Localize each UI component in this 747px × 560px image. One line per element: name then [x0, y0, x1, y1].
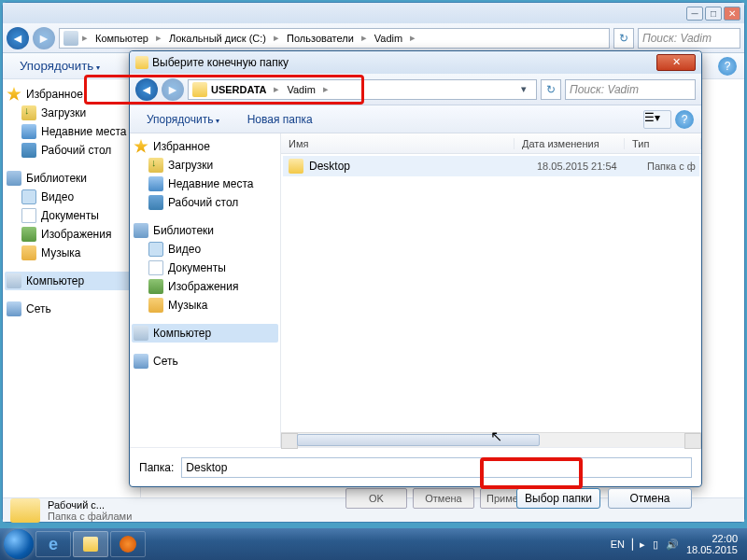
folder-picker-dialog: Выберите конечную папку ✕ ◄ ► USERDATA ▸… [129, 50, 702, 487]
documents-icon [148, 260, 163, 275]
recent-icon [21, 124, 36, 139]
network-icon [134, 354, 148, 369]
sidebar-downloads[interactable]: Загрузки [5, 104, 138, 122]
folder-icon [192, 82, 207, 97]
sidebar-desktop[interactable]: Рабочий стол [132, 193, 278, 212]
music-icon [21, 245, 36, 260]
dialog-content: Имя Дата изменения Тип Desktop 18.05.201… [281, 133, 701, 447]
sidebar-computer[interactable]: Компьютер [5, 272, 138, 290]
list-item[interactable]: Desktop 18.05.2015 21:54 Папка с ф [283, 156, 699, 176]
crumb-userdata[interactable]: USERDATA [207, 84, 270, 95]
help-button[interactable]: ? [675, 110, 694, 129]
sidebar-downloads[interactable]: Загрузки [132, 156, 278, 175]
computer-icon [63, 31, 78, 46]
crumb-users[interactable]: Пользователи [283, 33, 358, 44]
horizontal-scrollbar[interactable] [281, 432, 701, 447]
sidebar-computer[interactable]: Компьютер [132, 324, 278, 343]
crumb-vadim[interactable]: Vadim [371, 33, 406, 44]
col-type[interactable]: Тип [625, 138, 701, 149]
taskbar-ie[interactable]: e [35, 531, 71, 557]
explorer-sidebar: Избранное Загрузки Недавние места Рабочи… [3, 79, 141, 497]
downloads-icon [148, 158, 163, 173]
crumb-vadim[interactable]: Vadim [283, 84, 318, 95]
dialog-search-input[interactable]: Поиск: Vadim [565, 79, 696, 100]
refresh-button[interactable]: ↻ [541, 79, 561, 100]
video-icon [21, 189, 36, 204]
status-type: Папка с файлами [48, 511, 132, 522]
folder-label: Папка: [139, 461, 174, 474]
sidebar-video[interactable]: Видео [5, 188, 138, 206]
crumb-computer[interactable]: Компьютер [92, 33, 152, 44]
dialog-toolbar: Упорядочить Новая папка ☰▾ ? [130, 105, 701, 133]
folder-icon [10, 498, 40, 523]
sidebar-images[interactable]: Изображения [5, 225, 138, 244]
search-input[interactable]: Поиск: Vadim [638, 28, 740, 49]
breadcrumb[interactable]: ▸Компьютер ▸Локальный диск (C:) ▸Пользов… [59, 28, 610, 49]
clock[interactable]: 22:00 18.05.2015 [686, 533, 738, 555]
sidebar-recent[interactable]: Недавние места [132, 175, 278, 193]
folder-input-row: Папка: [130, 447, 701, 486]
scrollbar-thumb[interactable] [297, 434, 540, 446]
tray-flag-icon[interactable]: ▏▸ [632, 539, 645, 551]
refresh-button[interactable]: ↻ [613, 28, 634, 49]
dialog-navbar: ◄ ► USERDATA ▸ Vadim ▸ ▾ ↻ Поиск: Vadim [130, 74, 701, 105]
sidebar-video[interactable]: Видео [132, 240, 278, 259]
taskbar-explorer[interactable] [73, 531, 108, 557]
forward-button[interactable]: ► [162, 78, 184, 101]
libraries-icon [134, 223, 148, 238]
sidebar-music[interactable]: Музыка [5, 244, 138, 262]
folder-icon [289, 159, 303, 174]
sidebar-music[interactable]: Музыка [132, 296, 278, 315]
forward-button[interactable]: ► [33, 27, 55, 49]
dialog-breadcrumb[interactable]: USERDATA ▸ Vadim ▸ ▾ [188, 79, 537, 100]
dialog-titlebar[interactable]: Выберите конечную папку ✕ [130, 51, 701, 74]
back-button[interactable]: ◄ [7, 27, 29, 49]
folder-name-input[interactable] [181, 457, 692, 478]
explorer-titlebar[interactable]: ─ □ ✕ [3, 3, 744, 23]
video-icon [148, 242, 163, 257]
media-icon [120, 536, 136, 553]
minimize-button[interactable]: ─ [686, 7, 703, 21]
select-folder-button[interactable]: Выбор папки [516, 488, 600, 509]
organize-button[interactable]: Упорядочить [137, 110, 229, 129]
clock-date: 18.05.2015 [686, 544, 738, 555]
close-button[interactable]: ✕ [724, 7, 740, 21]
organize-button[interactable]: Упорядочить [10, 56, 109, 76]
item-type: Папка с ф [647, 161, 699, 172]
taskbar-mediaplayer[interactable] [110, 531, 146, 557]
view-button[interactable]: ☰▾ [643, 110, 671, 129]
sidebar-favorites[interactable]: Избранное [5, 85, 138, 104]
sidebar-favorites[interactable]: Избранное [132, 137, 278, 156]
sidebar-recent[interactable]: Недавние места [5, 122, 138, 141]
sidebar-documents[interactable]: Документы [5, 206, 138, 225]
desktop-icon [21, 143, 36, 158]
maximize-button[interactable]: □ [705, 7, 722, 21]
tray-sound-icon[interactable]: 🔊 [666, 539, 679, 551]
crumb-disk[interactable]: Локальный диск (C:) [165, 33, 270, 44]
sidebar-network[interactable]: Сеть [5, 300, 138, 318]
documents-icon [21, 208, 36, 223]
back-button[interactable]: ◄ [135, 78, 158, 101]
column-headers: Имя Дата изменения Тип [281, 133, 701, 154]
sidebar-network[interactable]: Сеть [132, 352, 278, 371]
chevron-down-icon[interactable]: ▾ [517, 83, 532, 95]
sidebar-documents[interactable]: Документы [132, 259, 278, 277]
new-folder-button[interactable]: Новая папка [238, 110, 322, 129]
col-name[interactable]: Имя [281, 138, 514, 149]
star-icon [134, 139, 148, 154]
empty-area[interactable] [281, 178, 701, 432]
downloads-icon [21, 105, 36, 120]
cancel-button[interactable]: Отмена [608, 488, 692, 509]
col-date[interactable]: Дата изменения [514, 138, 625, 149]
lang-indicator[interactable]: EN [611, 539, 625, 550]
start-button[interactable] [4, 529, 34, 559]
sidebar-images[interactable]: Изображения [132, 277, 278, 296]
sidebar-libraries[interactable]: Библиотеки [132, 221, 278, 240]
images-icon [21, 227, 36, 242]
tray-network-icon[interactable]: ▯ [653, 539, 658, 551]
help-button[interactable]: ? [718, 57, 737, 76]
dialog-close-button[interactable]: ✕ [656, 54, 696, 71]
sidebar-desktop[interactable]: Рабочий стол [5, 141, 138, 160]
sidebar-libraries[interactable]: Библиотеки [5, 169, 138, 188]
libraries-icon [7, 171, 21, 186]
